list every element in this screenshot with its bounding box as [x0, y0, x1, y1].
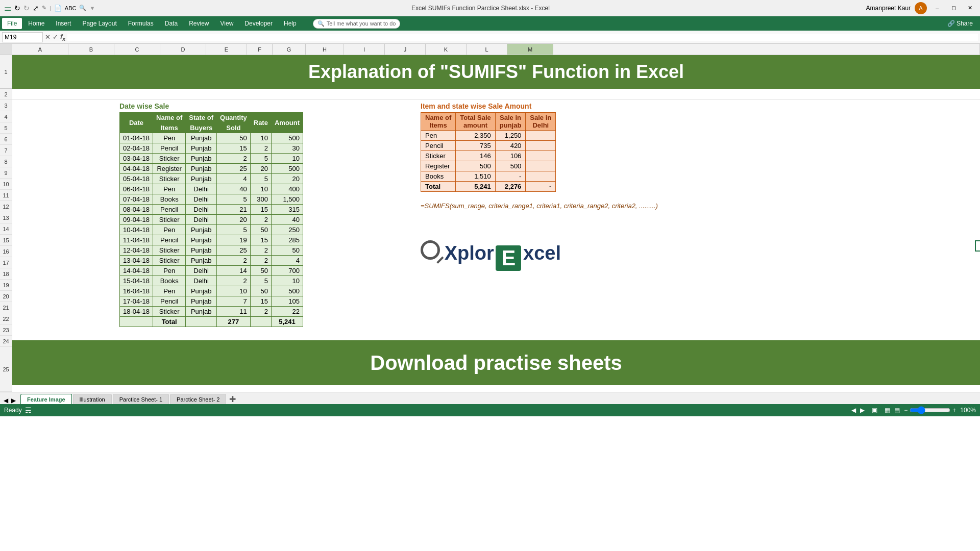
table-cell[interactable]: 20 [271, 174, 303, 184]
table-cell[interactable]: 14 [217, 266, 251, 276]
tab-feature-image[interactable]: Feature Image [20, 394, 72, 404]
table-cell[interactable]: Delhi [186, 215, 217, 225]
summary-cell[interactable] [526, 141, 556, 151]
summary-cell[interactable]: 106 [495, 151, 526, 161]
table-cell[interactable]: 50 [250, 286, 271, 296]
table-cell[interactable]: 2 [250, 143, 271, 154]
table-cell[interactable]: Pencil [153, 235, 186, 245]
table-cell[interactable]: 15 [250, 205, 271, 215]
summary-cell[interactable]: Pencil [421, 141, 456, 151]
table-cell[interactable]: 07-04-18 [120, 194, 153, 205]
view-page-layout[interactable]: ▦ [885, 407, 890, 414]
table-cell[interactable]: 250 [271, 225, 303, 235]
table-cell[interactable]: Punjab [186, 286, 217, 296]
table-cell[interactable]: 2 [217, 276, 251, 286]
table-cell[interactable]: 12-04-18 [120, 245, 153, 256]
table-cell[interactable]: 50 [271, 245, 303, 256]
table-cell[interactable]: 30 [271, 143, 303, 154]
table-cell[interactable]: Pen [153, 225, 186, 235]
table-cell[interactable]: 315 [271, 205, 303, 215]
table-cell[interactable]: 18-04-18 [120, 307, 153, 317]
col-header-i[interactable]: I [344, 44, 385, 55]
table-cell[interactable]: 2 [217, 256, 251, 266]
close-button[interactable]: ✕ [964, 4, 976, 13]
table-cell[interactable]: Sticker [153, 215, 186, 225]
table-cell[interactable]: 5 [217, 194, 251, 205]
table-cell[interactable]: 06-04-18 [120, 184, 153, 194]
summary-cell[interactable]: 2,350 [456, 131, 495, 141]
table-cell[interactable]: Pencil [153, 296, 186, 307]
table-cell[interactable]: Register [153, 164, 186, 174]
insert-function-icon[interactable]: fx [60, 33, 65, 42]
tab-file[interactable]: File [2, 18, 22, 29]
confirm-formula-icon[interactable]: ✓ [53, 33, 58, 41]
table-cell[interactable]: 15 [250, 235, 271, 245]
table-cell[interactable]: 5 [250, 174, 271, 184]
tab-formulas[interactable]: Formulas [123, 18, 159, 29]
table-cell[interactable]: 500 [271, 286, 303, 296]
summary-cell[interactable]: Pen [421, 131, 456, 141]
table-cell[interactable]: Delhi [186, 194, 217, 205]
search-bar[interactable]: 🔍 Tell me what you want to do [313, 19, 401, 29]
table-cell[interactable]: 2 [250, 256, 271, 266]
selected-cell-m19[interactable] [975, 240, 980, 252]
summary-cell[interactable]: 735 [456, 141, 495, 151]
summary-cell[interactable]: Books [421, 171, 456, 182]
table-cell[interactable]: Punjab [186, 174, 217, 184]
col-header-d[interactable]: D [160, 44, 206, 55]
summary-cell[interactable]: Register [421, 161, 456, 171]
col-header-j[interactable]: J [385, 44, 426, 55]
table-cell[interactable]: Punjab [186, 143, 217, 154]
cancel-formula-icon[interactable]: ✕ [45, 33, 51, 41]
col-header-c[interactable]: C [114, 44, 160, 55]
table-cell[interactable]: 04-04-18 [120, 164, 153, 174]
table-cell[interactable]: Punjab [186, 154, 217, 164]
table-cell[interactable]: 1,500 [271, 194, 303, 205]
table-cell[interactable]: Books [153, 194, 186, 205]
table-cell[interactable]: Punjab [186, 133, 217, 143]
table-cell[interactable]: 25 [217, 164, 251, 174]
table-cell[interactable]: 50 [217, 133, 251, 143]
table-cell[interactable]: Delhi [186, 184, 217, 194]
table-cell[interactable]: 11 [217, 307, 251, 317]
table-cell[interactable]: 10 [271, 154, 303, 164]
table-cell[interactable]: 13-04-18 [120, 256, 153, 266]
table-cell[interactable]: 05-04-18 [120, 174, 153, 184]
table-cell[interactable]: Sticker [153, 307, 186, 317]
table-cell[interactable]: Pencil [153, 205, 186, 215]
table-cell[interactable]: Punjab [186, 256, 217, 266]
table-cell[interactable]: Punjab [186, 235, 217, 245]
table-cell[interactable]: Pen [153, 184, 186, 194]
table-cell[interactable]: 2 [250, 215, 271, 225]
summary-cell[interactable]: - [495, 171, 526, 182]
tab-help[interactable]: Help [279, 18, 302, 29]
table-cell[interactable]: 500 [271, 133, 303, 143]
table-cell[interactable]: 10-04-18 [120, 225, 153, 235]
view-page-break[interactable]: ▤ [894, 407, 900, 414]
summary-cell[interactable] [526, 131, 556, 141]
table-cell[interactable]: Pen [153, 133, 186, 143]
summary-cell[interactable]: 1,250 [495, 131, 526, 141]
tab-illustration[interactable]: Illustration [73, 394, 112, 404]
table-cell[interactable]: 10 [271, 276, 303, 286]
table-cell[interactable]: 14-04-18 [120, 266, 153, 276]
col-header-b[interactable]: B [68, 44, 114, 55]
zoom-range-input[interactable] [910, 406, 950, 414]
scroll-right-btn[interactable]: ▶ [860, 407, 865, 414]
table-cell[interactable]: 10 [217, 286, 251, 296]
summary-cell[interactable]: 500 [495, 161, 526, 171]
tab-view[interactable]: View [215, 18, 239, 29]
table-cell[interactable]: 11-04-18 [120, 235, 153, 245]
table-cell[interactable]: Pen [153, 266, 186, 276]
tab-insert[interactable]: Insert [51, 18, 76, 29]
table-cell[interactable]: 09-04-18 [120, 215, 153, 225]
table-cell[interactable]: 300 [250, 194, 271, 205]
col-header-e[interactable]: E [206, 44, 247, 55]
table-cell[interactable]: 08-04-18 [120, 205, 153, 215]
restore-button[interactable]: ◻ [947, 4, 960, 13]
table-cell[interactable]: 22 [271, 307, 303, 317]
table-cell[interactable]: 7 [217, 296, 251, 307]
table-cell[interactable]: 50 [250, 266, 271, 276]
table-cell[interactable]: Sticker [153, 245, 186, 256]
table-cell[interactable]: 16-04-18 [120, 286, 153, 296]
